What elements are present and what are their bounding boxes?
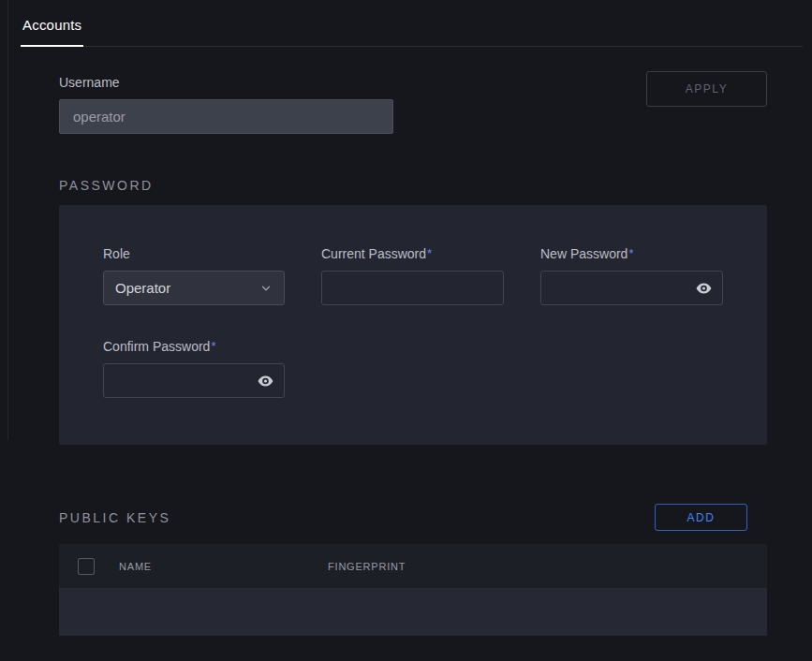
username-row: Username APPLY (59, 75, 767, 134)
required-marker: * (427, 246, 432, 260)
accounts-content: Username APPLY PASSWORD Role Operator (59, 75, 767, 636)
tab-accounts[interactable]: Accounts (21, 17, 83, 47)
public-keys-table-header: NAME FINGERPRINT (59, 544, 767, 589)
required-marker: * (628, 246, 633, 260)
public-keys-header-row: PUBLIC KEYS ADD (59, 504, 767, 531)
chevron-down-icon (259, 282, 273, 295)
current-password-label: Current Password* (321, 246, 504, 261)
panel-spacer (540, 339, 723, 398)
password-panel-grid: Role Operator Current Password* (103, 246, 723, 398)
add-public-key-button[interactable]: ADD (655, 504, 747, 531)
tab-bar: Accounts (21, 0, 803, 47)
confirm-password-field-group: Confirm Password* (103, 339, 285, 398)
new-password-input-wrap (540, 271, 723, 305)
panel-spacer (321, 339, 504, 398)
eye-icon[interactable] (257, 372, 274, 389)
column-header-name: NAME (119, 561, 328, 572)
new-password-label: New Password* (540, 246, 723, 261)
required-marker: * (211, 339, 215, 353)
username-label: Username (59, 75, 393, 90)
column-header-fingerprint: FINGERPRINT (328, 561, 406, 572)
username-field-group: Username (59, 75, 393, 134)
select-all-cell (59, 558, 119, 575)
left-edge-divider (7, 0, 8, 440)
current-password-input[interactable] (321, 271, 504, 305)
select-all-checkbox[interactable] (78, 558, 95, 575)
new-password-field-group: New Password* (540, 246, 723, 305)
current-password-field-group: Current Password* (321, 246, 504, 305)
username-input[interactable] (59, 99, 393, 134)
role-select-value: Operator (115, 280, 170, 296)
role-label: Role (103, 246, 285, 261)
password-section-heading: PASSWORD (59, 178, 767, 193)
password-panel: Role Operator Current Password* (59, 205, 767, 445)
confirm-password-label: Confirm Password* (103, 339, 285, 354)
role-field-group: Role Operator (103, 246, 285, 305)
tab-accounts-label: Accounts (22, 17, 81, 33)
role-select[interactable]: Operator (103, 271, 285, 305)
confirm-password-input-wrap (103, 363, 285, 398)
public-keys-empty-row (59, 589, 767, 636)
current-password-input-wrap (321, 271, 504, 305)
eye-icon[interactable] (695, 279, 713, 297)
apply-button[interactable]: APPLY (646, 71, 767, 107)
public-keys-heading: PUBLIC KEYS (59, 510, 170, 525)
public-keys-table: NAME FINGERPRINT (59, 544, 767, 636)
